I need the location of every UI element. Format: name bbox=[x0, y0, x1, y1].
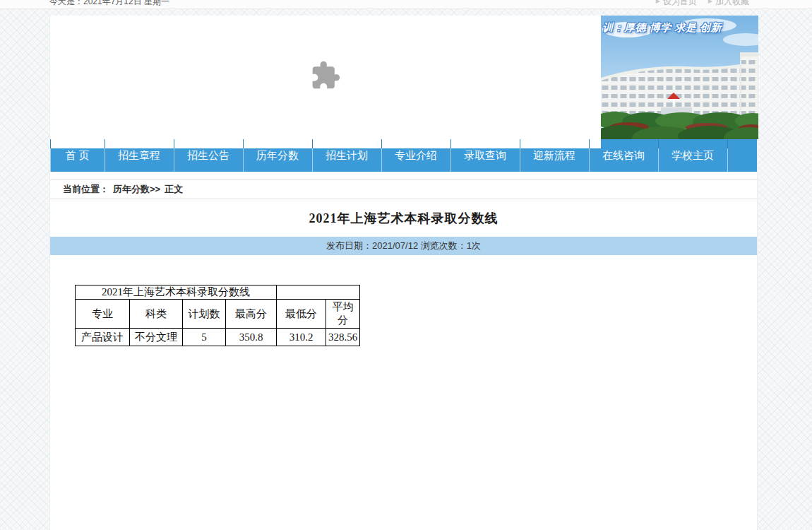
cell-category: 不分文理 bbox=[130, 329, 183, 346]
cell-avg-score: 328.56 bbox=[326, 329, 360, 346]
breadcrumb-label: 当前位置： bbox=[63, 184, 109, 194]
nav-filler bbox=[727, 139, 757, 172]
col-header-avg-score: 平均分 bbox=[326, 300, 360, 329]
puzzle-icon bbox=[310, 60, 341, 91]
score-table: 2021年上海艺术本科录取分数线 专业 科类 计划数 最高分 最低分 平均分 产… bbox=[75, 285, 360, 346]
set-homepage-label: 设为首页 bbox=[663, 0, 697, 8]
cell-max-score: 350.8 bbox=[226, 329, 277, 346]
content-area: 训：厚德 博学 求是 创新 首 页 招生章程 招生公告 历年分数 招生计划 专业… bbox=[49, 16, 758, 530]
col-header-major: 专业 bbox=[76, 300, 130, 329]
header-banner: 训：厚德 博学 求是 创新 bbox=[50, 16, 757, 139]
add-favorite-label: 加入收藏 bbox=[715, 0, 749, 8]
article-meta-bar: 发布日期：2021/07/12 浏览次数：1次 bbox=[50, 237, 757, 255]
arrow-icon: ▶ bbox=[708, 0, 712, 8]
table-row: 产品设计 不分文理 5 350.8 310.2 328.56 bbox=[76, 329, 360, 346]
arrow-icon: ▶ bbox=[656, 0, 660, 8]
campus-photo: 训：厚德 博学 求是 创新 bbox=[601, 16, 758, 139]
breadcrumb: 当前位置：历年分数>>正文 bbox=[50, 179, 757, 199]
breadcrumb-link-past-scores[interactable]: 历年分数 bbox=[113, 184, 150, 194]
col-header-plan-count: 计划数 bbox=[183, 300, 226, 329]
table-caption-empty-cell bbox=[277, 285, 360, 300]
cell-major: 产品设计 bbox=[76, 329, 130, 346]
col-header-category: 科类 bbox=[130, 300, 183, 329]
table-caption: 2021年上海艺术本科录取分数线 bbox=[76, 285, 277, 300]
table-header-row: 专业 科类 计划数 最高分 最低分 平均分 bbox=[76, 300, 360, 329]
page-title: 2021年上海艺术本科录取分数线 bbox=[309, 210, 498, 227]
nav-item-school-homepage[interactable]: 学校主页 bbox=[658, 139, 727, 172]
article-meta-text: 发布日期：2021/07/12 浏览次数：1次 bbox=[326, 240, 481, 251]
add-favorite-link[interactable]: ▶加入收藏 bbox=[708, 0, 749, 8]
topbar: 今天是：2021年7月12日 星期一 ▶设为首页 ▶加入收藏 bbox=[0, 0, 812, 9]
table-caption-row: 2021年上海艺术本科录取分数线 bbox=[76, 285, 360, 300]
broken-banner-image bbox=[50, 16, 601, 148]
topbar-links: ▶设为首页 ▶加入收藏 bbox=[656, 0, 749, 8]
cell-min-score: 310.2 bbox=[277, 329, 326, 346]
article-title-block: 2021年上海艺术本科录取分数线 bbox=[50, 199, 757, 237]
article-body: 2021年上海艺术本科录取分数线 专业 科类 计划数 最高分 最低分 平均分 产… bbox=[50, 255, 757, 346]
col-header-min-score: 最低分 bbox=[277, 300, 326, 329]
today-date-text: 今天是：2021年7月12日 星期一 bbox=[49, 0, 169, 8]
cell-plan-count: 5 bbox=[183, 329, 226, 346]
set-homepage-link[interactable]: ▶设为首页 bbox=[656, 0, 697, 8]
col-header-max-score: 最高分 bbox=[226, 300, 277, 329]
breadcrumb-separator: >> bbox=[150, 184, 160, 194]
breadcrumb-current: 正文 bbox=[165, 184, 183, 194]
school-motto-text: 训：厚德 博学 求是 创新 bbox=[602, 21, 756, 35]
